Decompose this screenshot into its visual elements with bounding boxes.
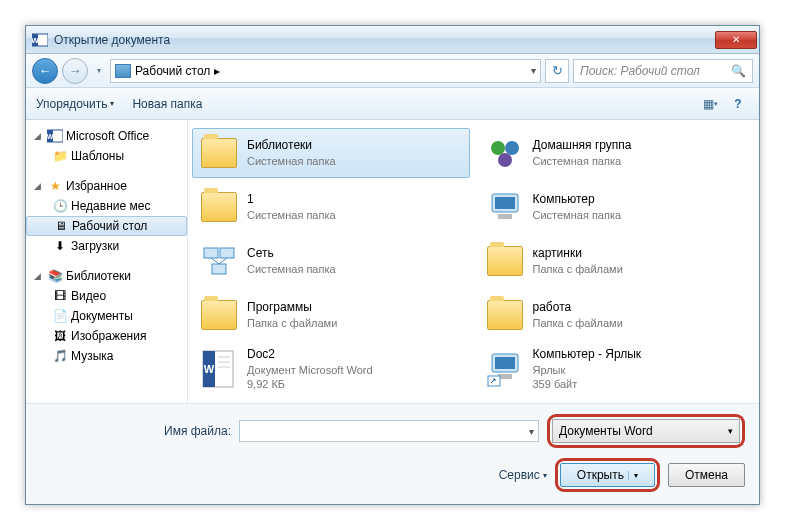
svg-text:W: W bbox=[32, 36, 39, 45]
sidebar-item-music[interactable]: 🎵Музыка bbox=[26, 346, 187, 366]
music-icon: 🎵 bbox=[52, 348, 68, 364]
back-button[interactable]: ← bbox=[32, 58, 58, 84]
filename-label: Имя файла: bbox=[164, 424, 231, 438]
view-options-button[interactable]: ▦ ▾ bbox=[699, 94, 721, 114]
computer-shortcut-icon bbox=[485, 349, 525, 389]
list-item[interactable]: БиблиотекиСистемная папка bbox=[192, 128, 470, 178]
desktop-icon bbox=[115, 64, 131, 78]
file-list: БиблиотекиСистемная папка Домашняя групп… bbox=[188, 120, 759, 403]
list-item[interactable]: W Doc2Документ Microsoft Word9,92 КБ bbox=[192, 344, 470, 394]
filename-input[interactable]: ▾ bbox=[239, 420, 539, 442]
sidebar-item-templates[interactable]: 📁Шаблоны bbox=[26, 146, 187, 166]
word-doc-icon: W bbox=[199, 349, 239, 389]
pictures-icon: 🖼 bbox=[52, 328, 68, 344]
video-icon: 🎞 bbox=[52, 288, 68, 304]
organize-menu[interactable]: Упорядочить▾ bbox=[36, 97, 114, 111]
svg-rect-10 bbox=[495, 197, 515, 209]
new-folder-button[interactable]: Новая папка bbox=[132, 97, 202, 111]
cancel-button[interactable]: Отмена bbox=[668, 463, 745, 487]
breadcrumb-sep: ▸ bbox=[214, 64, 220, 78]
file-type-filter[interactable]: Документы Word▾ bbox=[552, 419, 740, 443]
sidebar-item-video[interactable]: 🎞Видео bbox=[26, 286, 187, 306]
help-button[interactable]: ? bbox=[727, 94, 749, 114]
star-icon: ★ bbox=[47, 178, 63, 194]
footer: Имя файла: ▾ Документы Word▾ Сервис▾ Отк… bbox=[26, 403, 759, 504]
libraries-icon: 📚 bbox=[47, 268, 63, 284]
word-icon: W bbox=[47, 128, 63, 144]
documents-icon: 📄 bbox=[52, 308, 68, 324]
svg-rect-24 bbox=[495, 357, 515, 369]
svg-rect-12 bbox=[204, 248, 218, 258]
libraries-icon bbox=[199, 133, 239, 173]
search-icon: 🔍 bbox=[731, 64, 746, 78]
sidebar-item-favorites[interactable]: ◢★Избранное bbox=[26, 176, 187, 196]
svg-line-16 bbox=[219, 258, 227, 264]
list-item[interactable]: ПрограммыПапка с файлами bbox=[192, 290, 470, 340]
search-placeholder: Поиск: Рабочий стол bbox=[580, 64, 700, 78]
sidebar-item-desktop[interactable]: 🖥Рабочий стол bbox=[26, 216, 187, 236]
forward-button[interactable]: → bbox=[62, 58, 88, 84]
svg-rect-14 bbox=[212, 264, 226, 274]
highlight-open: Открыть▾ bbox=[555, 458, 660, 492]
folder-icon: 📁 bbox=[52, 148, 68, 164]
svg-rect-13 bbox=[220, 248, 234, 258]
user-folder-icon bbox=[199, 187, 239, 227]
svg-text:W: W bbox=[204, 363, 215, 375]
dialog-body: ◢WMicrosoft Office 📁Шаблоны ◢★Избранное … bbox=[26, 120, 759, 403]
computer-icon bbox=[485, 187, 525, 227]
titlebar: W Открытие документа ✕ bbox=[26, 26, 759, 54]
sidebar-item-recent[interactable]: 🕒Недавние мес bbox=[26, 196, 187, 216]
folder-icon bbox=[485, 295, 525, 335]
tools-menu[interactable]: Сервис▾ bbox=[499, 468, 547, 482]
folder-icon bbox=[199, 295, 239, 335]
list-item[interactable]: КомпьютерСистемная папка bbox=[478, 182, 756, 232]
svg-text:W: W bbox=[47, 133, 54, 140]
sidebar-item-office[interactable]: ◢WMicrosoft Office bbox=[26, 126, 187, 146]
sidebar-item-pictures[interactable]: 🖼Изображения bbox=[26, 326, 187, 346]
svg-point-6 bbox=[491, 141, 505, 155]
folder-icon bbox=[485, 241, 525, 281]
list-item[interactable]: Компьютер - ЯрлыкЯрлык359 байт bbox=[478, 344, 756, 394]
window-title: Открытие документа bbox=[54, 33, 715, 47]
navbar: ← → ▾ Рабочий стол ▸ ▾ ↻ Поиск: Рабочий … bbox=[26, 54, 759, 88]
close-button[interactable]: ✕ bbox=[715, 31, 757, 49]
list-item[interactable]: работаПапка с файлами bbox=[478, 290, 756, 340]
recent-icon: 🕒 bbox=[52, 198, 68, 214]
sidebar-item-libraries[interactable]: ◢📚Библиотеки bbox=[26, 266, 187, 286]
svg-point-7 bbox=[505, 141, 519, 155]
svg-point-8 bbox=[498, 153, 512, 167]
sidebar-item-downloads[interactable]: ⬇Загрузки bbox=[26, 236, 187, 256]
toolbar: Упорядочить▾ Новая папка ▦ ▾ ? bbox=[26, 88, 759, 120]
svg-rect-26 bbox=[488, 376, 500, 386]
downloads-icon: ⬇ bbox=[52, 238, 68, 254]
word-icon: W bbox=[32, 32, 48, 48]
svg-line-15 bbox=[211, 258, 219, 264]
open-dialog: W Открытие документа ✕ ← → ▾ Рабочий сто… bbox=[25, 25, 760, 505]
breadcrumb-dropdown[interactable]: ▾ bbox=[531, 65, 536, 76]
refresh-button[interactable]: ↻ bbox=[545, 59, 569, 83]
open-button[interactable]: Открыть▾ bbox=[560, 463, 655, 487]
desktop-icon: 🖥 bbox=[53, 218, 69, 234]
breadcrumb[interactable]: Рабочий стол ▸ ▾ bbox=[110, 59, 541, 83]
sidebar-item-documents[interactable]: 📄Документы bbox=[26, 306, 187, 326]
list-item[interactable]: СетьСистемная папка bbox=[192, 236, 470, 286]
list-item[interactable]: картинкиПапка с файлами bbox=[478, 236, 756, 286]
sidebar: ◢WMicrosoft Office 📁Шаблоны ◢★Избранное … bbox=[26, 120, 188, 403]
highlight-filter: Документы Word▾ bbox=[547, 414, 745, 448]
search-input[interactable]: Поиск: Рабочий стол 🔍 bbox=[573, 59, 753, 83]
nav-history-dropdown[interactable]: ▾ bbox=[92, 61, 106, 81]
network-icon bbox=[199, 241, 239, 281]
list-item[interactable]: Домашняя группаСистемная папка bbox=[478, 128, 756, 178]
list-item[interactable]: 1Системная папка bbox=[192, 182, 470, 232]
homegroup-icon bbox=[485, 133, 525, 173]
svg-rect-11 bbox=[498, 214, 512, 219]
breadcrumb-location: Рабочий стол bbox=[135, 64, 210, 78]
